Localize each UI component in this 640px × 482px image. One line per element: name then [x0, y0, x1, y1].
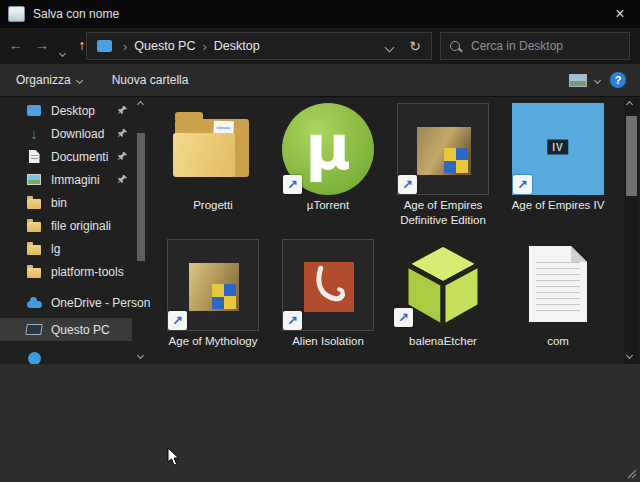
close-icon[interactable]: × — [608, 6, 632, 22]
sidebar-item-desktop[interactable]: Desktop — [0, 99, 132, 122]
breadcrumb-separator: › — [202, 39, 206, 54]
address-dropdown-chevron[interactable] — [386, 37, 393, 55]
sidebar-item-label: lg — [51, 242, 60, 256]
sidebar-item-label: Documenti — [51, 150, 108, 164]
sidebar-item-label: Download — [51, 127, 104, 141]
sidebar-item-bin[interactable]: bin — [0, 191, 132, 214]
network-icon — [26, 351, 42, 365]
folder-icon — [26, 241, 42, 257]
search-box[interactable] — [440, 32, 630, 60]
breadcrumb-separator: › — [123, 39, 127, 54]
sidebar-item-partial[interactable] — [0, 347, 132, 364]
picture-icon — [26, 172, 42, 188]
scroll-up-icon[interactable] — [137, 101, 144, 108]
onedrive-cloud-icon — [26, 295, 42, 311]
file-name: µTorrent — [278, 198, 378, 213]
new-folder-button[interactable]: Nuova cartella — [112, 73, 189, 87]
folder-icon — [97, 40, 112, 52]
text-document-icon — [529, 246, 587, 322]
sidebar-item-label: platform-tools — [51, 265, 124, 279]
back-button[interactable]: ← — [6, 37, 26, 53]
scrollbar-thumb[interactable] — [626, 116, 637, 196]
window-title: Salva con nome — [33, 7, 119, 21]
sidebar-item-platform-tools[interactable]: platform-tools — [0, 260, 132, 283]
search-icon — [450, 41, 460, 51]
shortcut-arrow-icon: ↗ — [394, 308, 413, 327]
scroll-down-icon[interactable] — [626, 352, 633, 359]
file-name: Progetti — [163, 198, 263, 213]
folder-icon — [26, 264, 42, 280]
search-input[interactable] — [469, 38, 620, 54]
alien-curve-icon — [304, 262, 354, 312]
content-area: Desktop ↓ Download Documenti Immagini bi… — [0, 98, 640, 364]
sidebar-item-lg[interactable]: lg — [0, 237, 132, 260]
sidebar-item-file-originali[interactable]: file originali — [0, 214, 132, 237]
recent-locations-chevron[interactable] — [56, 43, 68, 59]
sidebar-item-immagini[interactable]: Immagini — [0, 168, 132, 191]
iv-badge: IV — [547, 140, 568, 155]
sidebar-item-onedrive[interactable]: OneDrive - Person — [0, 291, 132, 314]
command-toolbar: Organizza Nuova cartella ? — [0, 64, 640, 97]
file-item-alien-isolation[interactable]: ↗ Alien Isolation — [273, 239, 383, 349]
sidebar-item-download[interactable]: ↓ Download — [0, 122, 132, 145]
file-name: Age of Empires IV — [508, 198, 608, 213]
breadcrumb-desktop[interactable]: Desktop — [214, 39, 260, 53]
chevron-down-icon — [58, 50, 65, 57]
pin-icon[interactable] — [117, 105, 128, 116]
file-name: balenaEtcher — [393, 334, 493, 349]
file-item-progetti[interactable]: Progetti — [158, 103, 268, 213]
scrollbar-thumb[interactable] — [137, 133, 145, 261]
shortcut-arrow-icon: ↗ — [283, 175, 302, 194]
sidebar-item-label: Immagini — [51, 173, 100, 187]
download-icon: ↓ — [26, 126, 42, 142]
file-item-aoe-definitive[interactable]: ↗ Age of Empires Definitive Edition — [388, 103, 498, 228]
navigation-bar: ← → ↑ › Questo PC › Desktop ↻ — [0, 28, 640, 64]
organize-label: Organizza — [16, 73, 71, 87]
document-icon — [26, 149, 42, 165]
file-item-utorrent[interactable]: µ ↗ µTorrent — [273, 103, 383, 213]
file-name: Age of Mythology — [163, 334, 263, 349]
organize-button[interactable]: Organizza — [16, 73, 82, 87]
sidebar-item-label: bin — [51, 196, 67, 210]
chevron-down-icon — [76, 76, 83, 83]
file-name: com — [508, 334, 608, 349]
scroll-up-icon[interactable] — [626, 101, 633, 108]
file-name: Age of Empires Definitive Edition — [393, 198, 493, 228]
pin-icon[interactable] — [117, 151, 128, 162]
thumbnail-view-icon — [569, 74, 587, 87]
file-item-com[interactable]: com — [503, 239, 613, 349]
sidebar-scrollbar[interactable] — [135, 98, 147, 364]
folder-icon — [26, 195, 42, 211]
folder-icon — [167, 103, 259, 195]
utorrent-glyph: µ — [282, 111, 374, 184]
scroll-down-icon[interactable] — [137, 352, 144, 359]
shortcut-arrow-icon: ↗ — [283, 311, 302, 330]
new-folder-label: Nuova cartella — [112, 73, 189, 87]
breadcrumb-questo-pc[interactable]: Questo PC — [134, 39, 195, 53]
file-item-balena-etcher[interactable]: ↗ balenaEtcher — [388, 239, 498, 349]
address-bar[interactable]: › Questo PC › Desktop ↻ — [86, 32, 432, 60]
sidebar-item-questo-pc[interactable]: Questo PC — [0, 318, 132, 341]
help-icon[interactable]: ? — [610, 72, 626, 88]
desktop-icon — [26, 103, 42, 119]
file-item-aoe-iv[interactable]: IV ↗ Age of Empires IV — [503, 103, 613, 213]
shortcut-arrow-icon: ↗ — [513, 175, 532, 194]
view-mode-button[interactable] — [569, 74, 600, 87]
file-list-scrollbar[interactable] — [624, 98, 639, 364]
shortcut-arrow-icon: ↗ — [168, 311, 187, 330]
pin-icon[interactable] — [117, 128, 128, 139]
navigation-pane: Desktop ↓ Download Documenti Immagini bi… — [0, 98, 150, 364]
chevron-down-icon — [594, 76, 601, 83]
shortcut-arrow-icon: ↗ — [398, 175, 417, 194]
file-name: Alien Isolation — [278, 334, 378, 349]
file-item-age-of-mythology[interactable]: ↗ Age of Mythology — [158, 239, 268, 349]
resize-grip[interactable] — [627, 469, 637, 479]
sidebar-item-documenti[interactable]: Documenti — [0, 145, 132, 168]
sidebar-item-label: file originali — [51, 219, 111, 233]
sidebar-item-label: Desktop — [51, 104, 95, 118]
refresh-icon[interactable]: ↻ — [409, 38, 421, 54]
forward-button[interactable]: → — [32, 37, 52, 53]
sidebar-item-label: Questo PC — [51, 323, 110, 337]
bottom-panel: Nome file: Salva come: Tutti i file Nasc… — [0, 364, 640, 482]
pin-icon[interactable] — [117, 174, 128, 185]
